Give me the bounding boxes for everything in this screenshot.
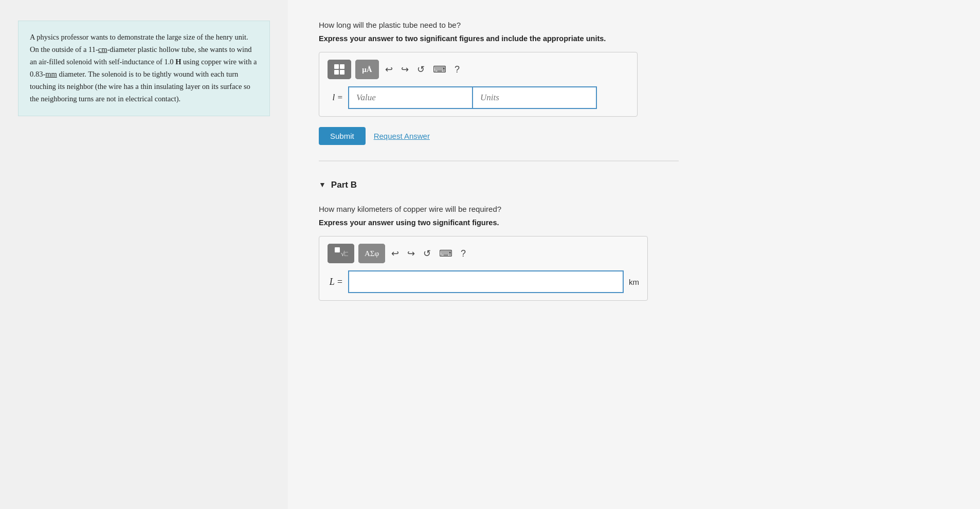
part-b-keyboard-button[interactable]: ⌨ — [437, 247, 455, 260]
part-b-title: Part B — [331, 180, 357, 190]
part-b-help-button[interactable]: ? — [459, 247, 468, 260]
part-a-input-label: l = — [328, 93, 343, 103]
section-divider — [319, 160, 679, 161]
part-b-units-label: km — [629, 278, 639, 286]
part-a-question: How long will the plastic tube need to b… — [319, 21, 949, 29]
part-a-value-input[interactable] — [348, 86, 473, 109]
chevron-down-icon[interactable]: ▼ — [319, 181, 326, 189]
part-b-question: How many kilometers of copper wire will … — [319, 205, 949, 213]
left-panel: A physics professor wants to demonstrate… — [0, 0, 288, 509]
grid-button[interactable] — [328, 60, 351, 79]
part-a-instruction: Express your answer to two significant f… — [319, 34, 949, 43]
part-a-units-input[interactable] — [473, 86, 597, 109]
part-a-section: How long will the plastic tube need to b… — [319, 21, 949, 145]
grid-icon — [328, 60, 351, 79]
part-b-value-input[interactable] — [348, 270, 624, 293]
undo-button[interactable]: ↩ — [383, 63, 395, 76]
part-b-content: How many kilometers of copper wire will … — [319, 205, 949, 301]
svg-rect-4 — [335, 247, 340, 252]
right-panel: How long will the plastic tube need to b… — [288, 0, 980, 509]
part-b-grid-button[interactable]: √□ — [328, 244, 354, 263]
part-a-action-row: Submit Request Answer — [319, 127, 949, 145]
svg-rect-0 — [334, 64, 339, 69]
part-a-input-row: l = — [328, 86, 629, 109]
sigma-icon: ΑΣφ — [358, 244, 385, 263]
part-b-header: ▼ Part B — [319, 180, 949, 190]
part-b-undo-button[interactable]: ↩ — [389, 247, 401, 260]
keyboard-button[interactable]: ⌨ — [431, 63, 448, 76]
part-b-input-row: L = km — [328, 270, 639, 293]
help-button[interactable]: ? — [452, 63, 462, 76]
part-b-answer-box: √□ ΑΣφ ↩ ↪ ↺ ⌨ ? L = — [319, 236, 648, 301]
part-b-reset-button[interactable]: ↺ — [421, 247, 433, 260]
svg-rect-2 — [334, 70, 339, 75]
sqrt-icon: √□ — [328, 244, 354, 263]
problem-text: A physics professor wants to demonstrate… — [30, 33, 257, 103]
part-b-sigma-button[interactable]: ΑΣφ — [358, 244, 385, 263]
part-b-redo-button[interactable]: ↪ — [405, 247, 417, 260]
svg-text:√□: √□ — [341, 250, 348, 258]
part-b-section: ▼ Part B How many kilometers of copper w… — [319, 180, 949, 301]
mu-button[interactable]: μÅ — [355, 60, 379, 79]
part-a-toolbar: μÅ ↩ ↪ ↺ ⌨ ? — [328, 60, 629, 79]
submit-button[interactable]: Submit — [319, 127, 366, 145]
part-b-input-label: L = — [328, 277, 343, 287]
svg-rect-1 — [340, 64, 344, 69]
redo-button[interactable]: ↪ — [399, 63, 411, 76]
part-b-toolbar: √□ ΑΣφ ↩ ↪ ↺ ⌨ ? — [328, 244, 639, 263]
part-b-instruction: Express your answer using two significan… — [319, 219, 949, 227]
problem-box: A physics professor wants to demonstrate… — [18, 21, 270, 116]
part-a-answer-box: μÅ ↩ ↪ ↺ ⌨ ? l = — [319, 52, 638, 117]
mu-icon: μÅ — [355, 60, 379, 79]
svg-rect-3 — [340, 70, 344, 75]
reset-button[interactable]: ↺ — [415, 63, 427, 76]
request-answer-button[interactable]: Request Answer — [374, 132, 430, 140]
